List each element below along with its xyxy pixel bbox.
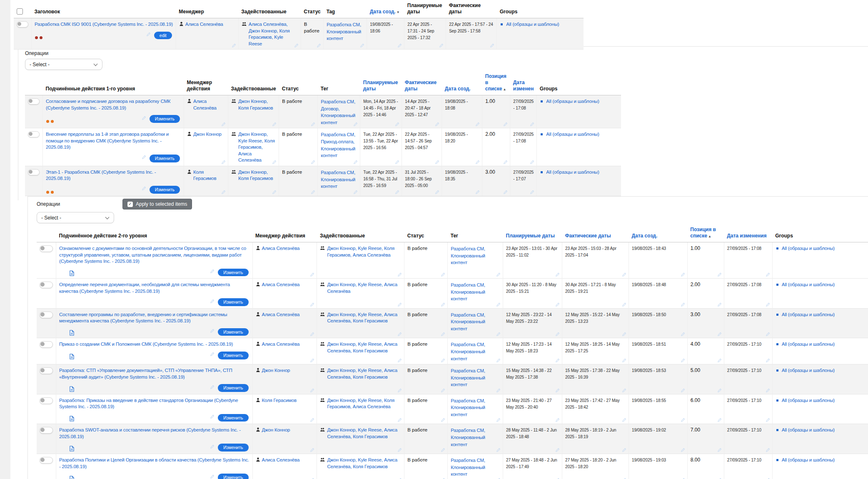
quick-edit-pencil-icon[interactable] [353,122,358,127]
quick-edit-pencil-icon[interactable] [311,122,315,127]
quick-edit-pencil-icon[interactable] [221,160,226,165]
quick-edit-pencil-icon[interactable] [555,388,560,393]
people-links[interactable]: Джон Коннор, Kyle Reese, Алиса Селезнёва… [327,312,401,324]
quick-edit-pencil-icon[interactable] [210,299,215,306]
tag-links[interactable]: Разработка СМ, Клонированный контент [451,398,485,417]
quick-edit-pencil-icon[interactable] [681,272,685,277]
row-toggle[interactable] [40,457,53,464]
row-toggle[interactable] [28,131,40,137]
quick-edit-pencil-icon[interactable] [441,358,445,363]
quick-edit-pencil-icon[interactable] [681,332,685,337]
quick-edit-pencil-icon[interactable] [353,190,358,195]
document-icon[interactable] [70,446,74,452]
quick-edit-pencil-icon[interactable] [555,418,560,422]
quick-edit-pencil-icon[interactable] [142,155,146,162]
quick-edit-pencil-icon[interactable] [210,329,215,335]
quick-edit-pencil-icon[interactable] [496,302,501,307]
quick-edit-pencil-icon[interactable] [441,418,445,422]
edit-button[interactable]: Изменить [218,414,248,422]
title-link[interactable]: Ознакомление с документами по основной д… [59,245,249,265]
col-header-created[interactable]: Дата созд. [442,72,482,95]
edit-button[interactable]: Изменить [218,384,248,392]
quick-edit-pencil-icon[interactable] [397,272,402,277]
quick-edit-pencil-icon[interactable] [503,190,508,195]
quick-edit-pencil-icon[interactable] [310,418,314,422]
quick-edit-pencil-icon[interactable] [681,448,685,452]
edit-button[interactable]: Изменить [150,186,180,194]
quick-edit-pencil-icon[interactable] [530,190,534,195]
title-link[interactable]: Разработка: Приказы на введение в действ… [59,397,249,410]
quick-edit-pencil-icon[interactable] [353,160,358,165]
col-header-created[interactable]: Дата созд. [629,225,687,242]
tag-links[interactable]: Разработка СМ, Клонированный контент [451,342,485,361]
quick-edit-pencil-icon[interactable] [496,332,501,337]
people-links[interactable]: Джон Коннор, Kyle Reese, Коля Герасимов,… [238,131,276,164]
quick-edit-pencil-icon[interactable] [397,43,402,48]
quick-edit-pencil-icon[interactable] [210,269,215,276]
quick-edit-pencil-icon[interactable] [622,358,626,363]
quick-edit-pencil-icon[interactable] [232,43,236,48]
people-links[interactable]: Джон Коннор, Kyle Reese, Коля Герасимов,… [327,245,401,258]
select-all-checkbox[interactable] [17,8,23,15]
person-link[interactable]: Коля Герасимов [262,397,297,404]
quick-edit-pencil-icon[interactable] [496,388,501,393]
person-link[interactable]: Коля Герасимов [193,169,225,182]
person-link[interactable]: Алиса Селезнёва [262,245,300,252]
edit-button[interactable]: Изменить [218,352,248,359]
document-icon[interactable] [70,476,74,479]
tag-links[interactable]: Разработка СМ, Клонированный контент [327,22,361,41]
tag-links[interactable]: Разработка СМ, Договор, Клонированный ко… [321,99,355,125]
edit-button[interactable]: Изменить [218,269,248,277]
quick-edit-pencil-icon[interactable] [435,122,439,127]
quick-edit-pencil-icon[interactable] [272,160,277,165]
quick-edit-pencil-icon[interactable] [681,358,685,363]
groups-link[interactable]: All (образцы и шаблоны) [546,99,599,104]
row-toggle[interactable] [40,312,53,318]
document-icon[interactable] [70,386,74,392]
document-icon[interactable] [70,270,74,276]
edit-button[interactable]: Изменить [150,155,180,162]
title-link[interactable]: Разработка SWOT-анализа и составлении пе… [59,427,249,440]
quick-edit-pencil-icon[interactable] [439,43,444,48]
tag-links[interactable]: Разработка СМ, Клонированный контент [451,312,485,331]
title-link[interactable]: Внесение предоплаты за 1-й этап договора… [46,131,181,151]
quick-edit-pencil-icon[interactable] [766,388,770,393]
col-header-modified[interactable]: Дата изменен [510,72,537,95]
quick-edit-pencil-icon[interactable] [622,448,626,452]
groups-link[interactable]: All (образцы и шаблоны) [782,246,835,251]
col-header-modified[interactable]: Дата изменения [724,225,772,242]
quick-edit-pencil-icon[interactable] [475,122,480,127]
quick-edit-pencil-icon[interactable] [397,418,402,422]
quick-edit-pencil-icon[interactable] [681,388,685,393]
quick-edit-pencil-icon[interactable] [317,43,321,48]
operations-select[interactable]: - Select - [25,59,102,70]
quick-edit-pencil-icon[interactable] [496,272,501,277]
quick-edit-pencil-icon[interactable] [490,43,494,48]
people-links[interactable]: Джон Коннор, Kyle Reese, Алиса Селезнёва [327,282,401,294]
quick-edit-pencil-icon[interactable] [530,122,534,127]
row-toggle[interactable] [40,341,53,348]
row-toggle[interactable] [40,245,53,252]
quick-edit-pencil-icon[interactable] [681,302,685,307]
quick-edit-pencil-icon[interactable] [360,43,364,48]
quick-edit-pencil-icon[interactable] [397,388,402,393]
quick-edit-pencil-icon[interactable] [397,332,402,337]
quick-edit-pencil-icon[interactable] [272,122,277,127]
quick-edit-pencil-icon[interactable] [310,332,314,337]
col-header-actual[interactable]: Фактические даты [562,225,629,242]
title-link[interactable]: Этап-1 - Разработка СМК (Cyberdyne Syste… [46,169,181,182]
operations-select[interactable]: - Select - [37,212,114,223]
groups-link[interactable]: All (образцы и шаблоны) [546,170,599,175]
quick-edit-pencil-icon[interactable] [681,418,685,422]
title-link[interactable]: Согласование и подписание договора на ра… [46,98,181,111]
quick-edit-pencil-icon[interactable] [503,122,508,127]
quick-edit-pencil-icon[interactable] [766,332,770,337]
people-links[interactable]: Джон Коннор, Коля Герасимов [238,169,276,182]
col-header-pos[interactable]: Позиция в списке▲ [482,72,510,95]
people-links[interactable]: Джон Коннор, Kyle Reese, Алиса Селезнёва… [327,367,401,380]
quick-edit-pencil-icon[interactable] [221,190,226,195]
edit-button[interactable]: Изменить [218,474,248,479]
row-toggle[interactable] [17,21,28,27]
quick-edit-pencil-icon[interactable] [441,388,445,393]
title-link[interactable]: Разработка СМК ISO 9001 (Cyberdyne Syste… [35,21,173,28]
